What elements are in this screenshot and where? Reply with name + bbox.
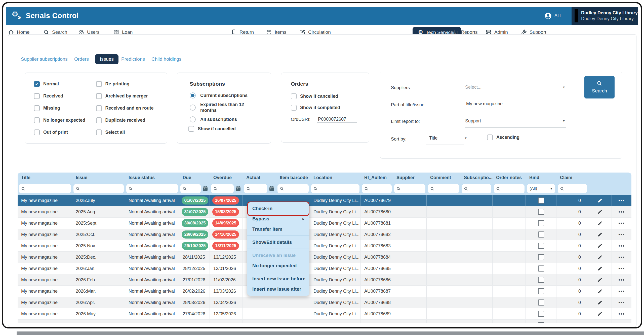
edit-button[interactable] bbox=[588, 229, 612, 240]
overdue-calendar-button[interactable] bbox=[235, 185, 242, 192]
table-row-9[interactable]: My new magazine 2026:Apr. Normal Awaitin… bbox=[18, 297, 631, 308]
column-header-13[interactable]: Bind bbox=[526, 175, 556, 180]
status-filter-8[interactable]: Out of print bbox=[34, 129, 96, 135]
row-menu-button[interactable]: ••• bbox=[612, 286, 631, 297]
table-row-0[interactable]: My new magazine 2025:July Normal Awaitin… bbox=[18, 195, 631, 206]
column-header-4[interactable]: Overdue bbox=[210, 175, 243, 180]
table-row-7[interactable]: My new magazine 2026:Feb. Normal Awaitin… bbox=[18, 274, 631, 285]
row-menu-button[interactable]: ••• bbox=[612, 252, 631, 263]
bind-checkbox[interactable] bbox=[538, 243, 544, 249]
table-row-2[interactable]: My new magazine 2025:Sept. Normal Awaiti… bbox=[18, 217, 631, 229]
supplier-filter-input[interactable] bbox=[402, 186, 423, 192]
subscription-filter-input[interactable] bbox=[470, 186, 489, 192]
status-filter-4[interactable]: Missing bbox=[34, 105, 96, 111]
row-menu-button[interactable]: ••• bbox=[612, 229, 631, 240]
claim-filter-input[interactable] bbox=[566, 186, 585, 192]
bind-checkbox[interactable] bbox=[538, 277, 544, 283]
order-filter-1[interactable]: Show if completed bbox=[291, 105, 369, 111]
sort-by-select[interactable]: Title bbox=[429, 136, 437, 141]
column-header-14[interactable]: Claim bbox=[556, 175, 588, 180]
tab-orders[interactable]: Orders bbox=[74, 56, 89, 62]
tab-predictions[interactable]: Predictions bbox=[121, 56, 145, 62]
column-header-11[interactable]: Subscriptio... bbox=[460, 175, 493, 180]
title-filter-input[interactable] bbox=[27, 186, 69, 192]
bind-checkbox[interactable] bbox=[538, 220, 544, 226]
row-menu-button[interactable]: ••• bbox=[612, 195, 631, 206]
status-filter-1[interactable]: Re-printing bbox=[96, 81, 158, 87]
limit-dropdown-arrow[interactable] bbox=[562, 119, 565, 122]
table-row-6[interactable]: My new magazine 2026:Jan. Normal Awaitin… bbox=[18, 263, 631, 274]
bind-checkbox[interactable] bbox=[538, 197, 544, 204]
row-menu-button[interactable]: ••• bbox=[612, 206, 631, 217]
bind-checkbox[interactable] bbox=[538, 231, 544, 238]
ordusri-input[interactable] bbox=[317, 116, 357, 123]
edit-button[interactable] bbox=[588, 218, 612, 229]
status-filter-7[interactable]: Duplicate received bbox=[96, 117, 158, 123]
bind-checkbox[interactable] bbox=[538, 265, 544, 272]
tab-child-holdings[interactable]: Child holdings bbox=[151, 56, 181, 62]
due-calendar-button[interactable] bbox=[202, 185, 209, 192]
table-row-11[interactable]: My new magazine 2026:June Normal Awaitin… bbox=[18, 319, 631, 323]
ascending-checkbox[interactable]: Ascending bbox=[487, 135, 519, 140]
bind-checkbox[interactable] bbox=[538, 288, 544, 294]
subscription-radio-0[interactable]: Current subscriptions bbox=[190, 92, 271, 98]
edit-button[interactable] bbox=[588, 252, 612, 263]
bind-checkbox[interactable] bbox=[538, 322, 544, 323]
column-header-6[interactable]: Item barcode bbox=[276, 175, 310, 180]
sort-dropdown-arrow[interactable] bbox=[464, 137, 467, 140]
table-row-8[interactable]: My new magazine 2026:Mar. Normal Awaitin… bbox=[18, 285, 631, 297]
subscription-radio-2[interactable]: All subscriptions bbox=[190, 116, 271, 122]
row-menu-button[interactable]: ••• bbox=[612, 297, 631, 308]
edit-button[interactable] bbox=[588, 240, 612, 251]
column-header-0[interactable]: Title bbox=[18, 175, 72, 180]
suppliers-dropdown-arrow[interactable] bbox=[562, 86, 565, 89]
status-filter-0[interactable]: Normal bbox=[34, 81, 96, 87]
issue-filter-input[interactable] bbox=[82, 186, 122, 192]
bind-checkbox[interactable] bbox=[538, 299, 544, 306]
item-barcode-filter-input[interactable] bbox=[286, 186, 306, 192]
edit-button[interactable] bbox=[588, 320, 612, 323]
library-selector[interactable]: Dudley Denny City Library Dudley Denny C… bbox=[572, 7, 638, 25]
issue-status-filter-input[interactable] bbox=[134, 186, 176, 192]
row-menu-button[interactable]: ••• bbox=[612, 263, 631, 274]
subscription-radio-1[interactable]: Expired less than 12 months bbox=[190, 102, 271, 113]
column-header-3[interactable]: Due bbox=[179, 175, 210, 180]
tab-supplier-subscriptions[interactable]: Supplier subscriptions bbox=[21, 56, 68, 62]
context-menu-item-1[interactable]: Bypass ▸ bbox=[247, 214, 309, 224]
order-filter-0[interactable]: Show if cancelled bbox=[291, 93, 369, 99]
status-filter-3[interactable]: Archived by merger bbox=[96, 93, 158, 99]
table-row-5[interactable]: My new magazine 2025:Dec. Normal Awaitin… bbox=[18, 251, 631, 263]
table-row-10[interactable]: My new magazine 2026:May Normal Awaiting… bbox=[18, 308, 631, 319]
column-header-8[interactable]: RI_AuItem bbox=[361, 175, 393, 180]
ri-auitem-filter-input[interactable] bbox=[370, 186, 389, 192]
status-filter-9[interactable]: Select all bbox=[96, 129, 158, 135]
context-menu-item-9[interactable]: Insert new issue before bbox=[247, 274, 309, 284]
order-notes-filter-input[interactable] bbox=[502, 186, 522, 192]
context-menu-item-4[interactable]: Show/Edit details bbox=[247, 237, 309, 247]
table-row-4[interactable]: My new magazine 2025:Nov. Normal Awaitin… bbox=[18, 240, 631, 251]
edit-button[interactable] bbox=[588, 308, 612, 319]
column-header-7[interactable]: Location bbox=[310, 175, 361, 180]
edit-button[interactable] bbox=[588, 206, 612, 217]
edit-button[interactable] bbox=[588, 274, 612, 285]
edit-button[interactable] bbox=[588, 195, 612, 206]
column-header-10[interactable]: Comment bbox=[427, 175, 460, 180]
row-menu-button[interactable]: ••• bbox=[612, 218, 631, 229]
user-menu[interactable]: AIT bbox=[544, 12, 561, 20]
column-header-9[interactable]: Supplier bbox=[393, 175, 427, 180]
overdue-filter-input[interactable] bbox=[219, 186, 231, 192]
edit-button[interactable] bbox=[588, 263, 612, 274]
comment-filter-input[interactable] bbox=[436, 186, 457, 192]
status-filter-2[interactable]: Received bbox=[34, 93, 96, 99]
column-header-2[interactable]: Issue status bbox=[125, 175, 179, 180]
suppliers-select[interactable]: Select... bbox=[465, 85, 481, 90]
actual-filter-input[interactable] bbox=[252, 186, 265, 192]
column-header-5[interactable]: Actual bbox=[243, 175, 276, 180]
bind-checkbox[interactable] bbox=[538, 209, 544, 215]
search-button[interactable]: Search bbox=[584, 76, 615, 98]
edit-button[interactable] bbox=[588, 297, 612, 308]
context-menu-item-0[interactable]: Check-in bbox=[247, 203, 309, 214]
table-row-1[interactable]: My new magazine 2025:Aug. Normal Awaitin… bbox=[18, 206, 631, 217]
limit-report-select[interactable]: Support bbox=[465, 118, 481, 124]
status-filter-6[interactable]: No longer expected bbox=[34, 117, 96, 123]
